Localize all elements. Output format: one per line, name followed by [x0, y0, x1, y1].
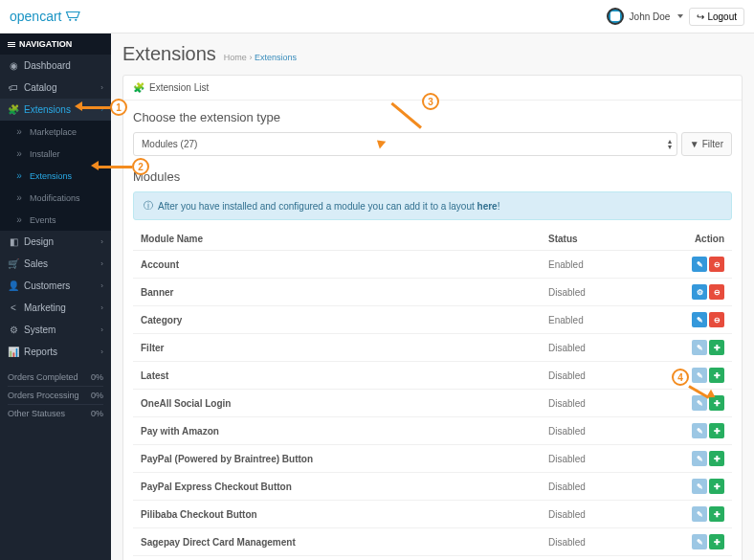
- module-name-cell: Sagepay Direct Card Management: [133, 528, 541, 556]
- tutorial-marker-3: 3: [422, 93, 439, 110]
- nav-icon: ◉: [8, 60, 19, 71]
- table-row: FilterDisabled✎✚: [133, 334, 732, 362]
- breadcrumb-home[interactable]: Home: [224, 53, 247, 62]
- action-cell: ✎✚: [636, 501, 732, 528]
- table-row: Pilibaba Checkout ButtonDisabled✎✚: [133, 501, 732, 528]
- chevron-right-icon: ›: [100, 237, 103, 246]
- table-row: CategoryEnabled✎⊖: [133, 306, 732, 334]
- modules-heading: Modules: [133, 169, 732, 184]
- table-row: Sagepay Direct Card ManagementDisabled✎✚: [133, 528, 732, 556]
- nav-icon: 🛒: [8, 258, 19, 269]
- avatar[interactable]: [607, 8, 624, 25]
- menu-icon[interactable]: [8, 42, 15, 47]
- choose-type-label: Choose the extension type: [133, 110, 732, 124]
- sidebar-item-customers[interactable]: 👤Customers›: [0, 275, 111, 297]
- svg-point-0: [70, 19, 72, 21]
- status-cell: Enabled: [541, 306, 636, 334]
- module-name-cell: Pay with Amazon: [133, 417, 541, 445]
- sidebar-item-reports[interactable]: 📊Reports›: [0, 341, 111, 363]
- install-button[interactable]: ✚: [709, 534, 724, 549]
- edit-button[interactable]: ✎: [692, 312, 707, 327]
- sidebar-sub-modifications[interactable]: »Modifications: [0, 187, 111, 209]
- edit-button[interactable]: ✎: [692, 479, 707, 494]
- sidebar-sub-marketplace[interactable]: »Marketplace: [0, 121, 111, 143]
- logout-button[interactable]: ↪ Logout: [689, 8, 744, 26]
- module-name-cell: Account: [133, 251, 541, 279]
- action-cell: ⚙⊖: [636, 279, 732, 306]
- edit-button[interactable]: ✎: [692, 506, 707, 522]
- delete-button[interactable]: ⊖: [709, 312, 724, 327]
- status-cell: Disabled: [541, 417, 636, 445]
- delete-button[interactable]: ⊖: [709, 257, 724, 272]
- table-row: PayPal (Powered by Braintree) ButtonDisa…: [133, 445, 732, 473]
- sidebar-item-marketing[interactable]: <Marketing›: [0, 297, 111, 319]
- brand-logo[interactable]: opencart: [10, 9, 82, 24]
- select-value[interactable]: Modules (27): [133, 132, 677, 156]
- tutorial-marker-2: 2: [132, 158, 149, 175]
- sidebar-sub-events[interactable]: »Events: [0, 209, 111, 231]
- settings-button[interactable]: ⚙: [692, 284, 707, 300]
- sidebar-item-catalog[interactable]: 🏷Catalog›: [0, 77, 111, 99]
- install-button[interactable]: ✚: [709, 479, 724, 494]
- action-cell: ✎✚: [636, 445, 732, 473]
- select-arrows-icon: ▴▾: [668, 139, 672, 150]
- install-button[interactable]: ✚: [709, 340, 724, 355]
- action-cell: ✎✚: [636, 390, 732, 417]
- edit-button[interactable]: ✎: [692, 534, 707, 549]
- sidebar-item-sales[interactable]: 🛒Sales›: [0, 253, 111, 275]
- col-status: Status: [541, 228, 636, 251]
- caret-down-icon: [677, 14, 683, 18]
- chevron-right-icon: ›: [100, 347, 103, 356]
- edit-button[interactable]: ✎: [692, 395, 707, 411]
- module-name-cell: OneAll Social Login: [133, 390, 541, 417]
- table-row: PayPal Express Checkout ButtonDisabled✎✚: [133, 473, 732, 501]
- edit-button[interactable]: ✎: [692, 423, 707, 438]
- user-name[interactable]: John Doe: [630, 11, 671, 22]
- col-module-name: Module Name: [133, 228, 541, 251]
- action-cell: ✎⊖: [636, 251, 732, 279]
- install-button[interactable]: ✚: [709, 451, 724, 466]
- extension-type-select[interactable]: Modules (27) ▴▾: [133, 132, 677, 156]
- tutorial-marker-4: 4: [672, 369, 689, 386]
- sidebar: NAVIGATION ◉Dashboard🏷Catalog›🧩Extension…: [0, 34, 111, 560]
- cart-icon: [65, 11, 82, 22]
- stat-row: Orders Completed0%: [8, 369, 103, 387]
- stat-row: Orders Processing0%: [8, 387, 103, 405]
- alert-here-link[interactable]: here: [477, 201, 498, 212]
- tutorial-marker-1: 1: [110, 99, 127, 116]
- sidebar-item-dashboard[interactable]: ◉Dashboard: [0, 55, 111, 77]
- action-cell: ✎✚: [636, 528, 732, 556]
- status-cell: Enabled: [541, 251, 636, 279]
- status-cell: Disabled: [541, 390, 636, 417]
- status-cell: Disabled: [541, 445, 636, 473]
- status-cell: Disabled: [541, 473, 636, 501]
- nav-icon: 📊: [8, 347, 19, 357]
- sidebar-item-design[interactable]: ◧Design›: [0, 231, 111, 253]
- filter-button[interactable]: ▼ Filter: [681, 132, 732, 156]
- table-row: BannerDisabled⚙⊖: [133, 279, 732, 306]
- sidebar-stats: Orders Completed0%Orders Processing0%Oth…: [0, 363, 111, 428]
- module-name-cell: Banner: [133, 279, 541, 306]
- stat-row: Other Statuses0%: [8, 405, 103, 422]
- install-button[interactable]: ✚: [709, 368, 724, 383]
- action-cell: ✎✚: [636, 473, 732, 501]
- modules-table: Module Name Status Action AccountEnabled…: [133, 228, 732, 556]
- install-button[interactable]: ✚: [709, 423, 724, 438]
- breadcrumb-current[interactable]: Extensions: [255, 53, 297, 62]
- action-cell: ✎✚: [636, 334, 732, 362]
- nav-icon: 🧩: [8, 104, 19, 115]
- sidebar-item-extensions[interactable]: 🧩Extensions›: [0, 99, 111, 121]
- info-alert: ⓘ After you have installed and configure…: [133, 191, 732, 220]
- module-name-cell: Pilibaba Checkout Button: [133, 501, 541, 528]
- edit-button[interactable]: ✎: [692, 451, 707, 466]
- delete-button[interactable]: ⊖: [709, 284, 724, 300]
- status-cell: Disabled: [541, 279, 636, 306]
- edit-button[interactable]: ✎: [692, 257, 707, 272]
- module-name-cell: PayPal (Powered by Braintree) Button: [133, 445, 541, 473]
- edit-button[interactable]: ✎: [692, 368, 707, 383]
- info-icon: ⓘ: [144, 199, 153, 213]
- edit-button[interactable]: ✎: [692, 340, 707, 355]
- install-button[interactable]: ✚: [709, 506, 724, 522]
- sidebar-item-system[interactable]: ⚙System›: [0, 319, 111, 341]
- table-row: LatestDisabled✎✚: [133, 362, 732, 390]
